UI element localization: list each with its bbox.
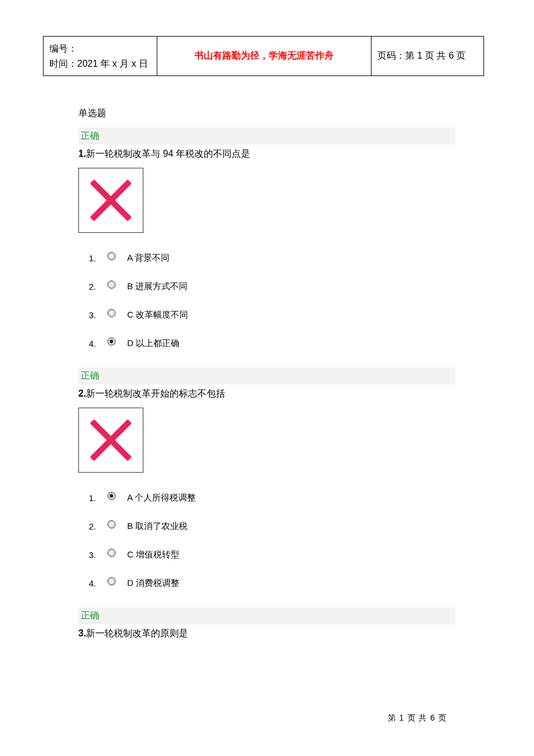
radio-button[interactable] (107, 280, 116, 289)
status-correct: 正确 (78, 368, 456, 384)
question-body: 新一轮税制改革与 94 年税改的不同点是 (86, 149, 250, 159)
option-row: 4. D 消费税调整 (89, 578, 456, 589)
radio-button[interactable] (107, 252, 116, 260)
header-table: 编号： 时间：2021 年 x 月 x 日 书山有路勤为径，学海无涯苦作舟 页码… (43, 36, 484, 76)
option-number: 4. (89, 578, 107, 588)
option-number: 4. (89, 339, 107, 348)
option-number: 1. (89, 253, 107, 263)
option-number: 1. (89, 493, 107, 503)
options-list: 1. A 背景不同 2. B 进展方式不同 3. C 改革幅度不同 4. D 以… (89, 253, 456, 349)
header-time-label: 时间：2021 年 x 月 x 日 (49, 56, 151, 71)
status-correct: 正确 (78, 128, 456, 145)
question-number: 3. (78, 628, 86, 638)
header-id-label: 编号： (49, 41, 151, 56)
broken-image-icon (91, 420, 131, 460)
option-number: 3. (89, 310, 107, 320)
header-quote: 书山有路勤为径，学海无涯苦作舟 (157, 37, 371, 76)
option-label: C 改革幅度不同 (127, 309, 188, 321)
option-row: 4. D 以上都正确 (89, 338, 456, 349)
option-label: A 个人所得税调整 (127, 492, 196, 503)
option-number: 2. (89, 282, 107, 291)
question-body: 新一轮税制改革的原则是 (86, 628, 188, 638)
question-text: 3.新一轮税制改革的原则是 (78, 627, 456, 640)
question-text: 1.新一轮税制改革与 94 年税改的不同点是 (78, 147, 456, 161)
option-row: 3. C 增值税转型 (89, 549, 456, 560)
options-list: 1. A 个人所得税调整 2. B 取消了农业税 3. C 增值税转型 4. D… (89, 492, 456, 589)
radio-button[interactable] (107, 520, 116, 528)
question-body: 新一轮税制改革开始的标志不包括 (86, 388, 225, 398)
option-label: D 以上都正确 (127, 338, 179, 349)
radio-button-selected[interactable] (107, 337, 116, 345)
option-number: 3. (89, 550, 107, 560)
option-label: B 进展方式不同 (127, 281, 187, 292)
option-row: 3. C 改革幅度不同 (89, 309, 456, 321)
header-page-info: 页码：第 1 页 共 6 页 (371, 37, 484, 76)
option-label: C 增值税转型 (127, 549, 179, 560)
radio-button[interactable] (107, 549, 116, 557)
option-row: 2. B 进展方式不同 (89, 281, 456, 292)
content-area: 单选题 正确 1.新一轮税制改革与 94 年税改的不同点是 1. A 背景不同 … (78, 107, 456, 647)
option-row: 1. A 个人所得税调整 (89, 492, 456, 503)
broken-image-icon (91, 180, 131, 221)
option-label: A 背景不同 (127, 253, 169, 264)
image-placeholder (78, 408, 143, 473)
image-placeholder (78, 168, 143, 233)
option-number: 2. (89, 521, 107, 531)
option-row: 1. A 背景不同 (89, 253, 456, 264)
radio-button[interactable] (107, 309, 116, 317)
question-text: 2.新一轮税制改革开始的标志不包括 (78, 387, 456, 401)
radio-button[interactable] (107, 577, 116, 585)
radio-button-selected[interactable] (107, 492, 116, 500)
header-left-cell: 编号： 时间：2021 年 x 月 x 日 (44, 37, 157, 76)
page-footer: 第 1 页 共 6 页 (388, 713, 447, 723)
option-label: B 取消了农业税 (127, 521, 187, 532)
option-row: 2. B 取消了农业税 (89, 521, 456, 532)
status-correct: 正确 (78, 607, 456, 624)
question-number: 2. (78, 388, 86, 398)
question-number: 1. (78, 149, 86, 159)
option-label: D 消费税调整 (127, 578, 179, 589)
section-title: 单选题 (78, 107, 456, 120)
